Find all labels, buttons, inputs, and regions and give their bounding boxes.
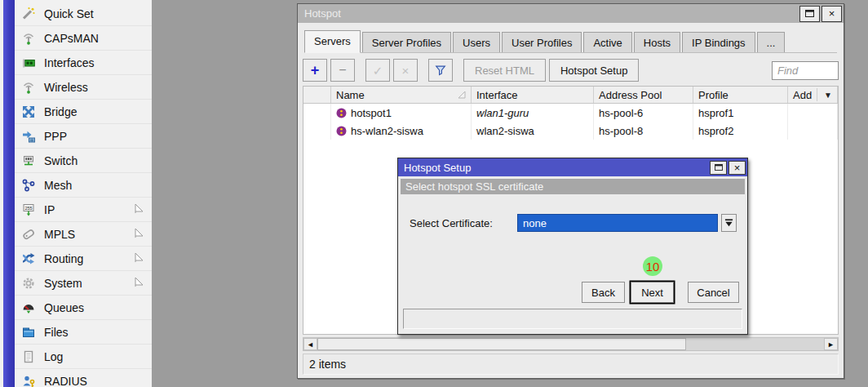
tab-hosts[interactable]: Hosts xyxy=(634,32,680,52)
cancel-button[interactable]: Cancel xyxy=(688,282,739,303)
sidebar-item-interfaces[interactable]: Interfaces xyxy=(15,51,152,75)
header-add[interactable]: Add▼ xyxy=(788,87,838,103)
sidebar-item-switch[interactable]: Switch xyxy=(15,149,152,173)
sidebar-item-label: Bridge xyxy=(44,105,77,118)
sidebar-item-mesh[interactable]: Mesh xyxy=(15,173,152,198)
tab-users[interactable]: Users xyxy=(453,32,500,52)
status-bar: 2 items xyxy=(303,354,839,375)
dialog-maximize-button[interactable] xyxy=(710,161,727,175)
reset-html-button[interactable]: Reset HTML xyxy=(463,59,546,82)
submenu-arrow-icon xyxy=(135,276,144,291)
minus-icon: − xyxy=(339,64,346,77)
tab-overflow[interactable]: ... xyxy=(757,32,786,52)
sidebar-item-label: Queues xyxy=(44,301,84,314)
tab-user-profiles[interactable]: User Profiles xyxy=(502,32,582,52)
header-profile[interactable]: Profile xyxy=(693,87,788,103)
disable-button[interactable]: × xyxy=(393,59,418,82)
enable-button[interactable]: ✓ xyxy=(365,59,390,82)
close-icon: × xyxy=(734,162,741,174)
sidebar-item-label: Routing xyxy=(44,252,83,265)
window-title: Hotspot xyxy=(304,7,341,20)
maximize-button[interactable] xyxy=(799,6,820,22)
cell-name: hs-wlan2-siswa xyxy=(351,125,423,137)
submenu-arrow-icon xyxy=(135,251,144,266)
dialog-title: Hotspot Setup xyxy=(404,162,471,174)
sidebar-item-queues[interactable]: Queues xyxy=(15,296,152,320)
switch-icon xyxy=(20,153,37,169)
hotspot-setup-dialog: Hotspot Setup × Select hotspot SSL certi… xyxy=(397,158,748,335)
sidebar-item-label: Files xyxy=(44,326,69,339)
scroll-left-button[interactable]: ◄ xyxy=(303,338,317,350)
sidebar-menu: Quick Set CAPsMAN Interfaces Wireless Br… xyxy=(15,2,152,387)
next-button[interactable]: Next xyxy=(631,282,674,303)
tab-active[interactable]: Active xyxy=(583,32,631,52)
sidebar-item-routing[interactable]: Routing xyxy=(15,247,152,271)
sidebar-item-wireless[interactable]: Wireless xyxy=(15,75,152,100)
find-input[interactable] xyxy=(772,61,839,80)
sidebar-item-radius[interactable]: RADIUS xyxy=(15,369,152,387)
tab-bar: Servers Server Profiles Users User Profi… xyxy=(304,29,837,53)
dialog-close-button[interactable]: × xyxy=(728,161,746,175)
mesh-icon xyxy=(20,177,37,194)
toolbar: + − ✓ × Reset HTML Hotspot Setup xyxy=(303,58,839,82)
sidebar-item-mpls[interactable]: MPLS xyxy=(15,222,152,247)
scroll-right-icon: ► xyxy=(827,340,835,349)
remove-button[interactable]: − xyxy=(330,59,355,82)
cell-name: hotspot1 xyxy=(351,107,392,119)
tab-server-profiles[interactable]: Server Profiles xyxy=(362,32,451,52)
scroll-right-button[interactable]: ► xyxy=(824,338,838,350)
sidebar-item-log[interactable]: Log xyxy=(15,345,152,369)
header-select-column[interactable] xyxy=(303,87,331,103)
sidebar: Quick Set CAPsMAN Interfaces Wireless Br… xyxy=(0,0,152,387)
certificate-dropdown-button[interactable] xyxy=(721,214,737,232)
scroll-left-icon: ◄ xyxy=(307,340,314,349)
scrollbar-thumb[interactable] xyxy=(317,338,686,350)
horizontal-scrollbar: ◄ ► xyxy=(303,337,839,351)
select-certificate-label: Select Certificate: xyxy=(410,217,493,229)
sidebar-item-bridge[interactable]: Bridge xyxy=(15,100,152,124)
hotspot-setup-button[interactable]: Hotspot Setup xyxy=(549,59,639,82)
sidebar-item-system[interactable]: System xyxy=(15,271,152,296)
sidebar-item-label: Wireless xyxy=(44,81,88,94)
header-address-pool[interactable]: Address Pool xyxy=(594,87,693,103)
certificate-selected-value: none xyxy=(523,217,547,229)
sidebar-item-label: Log xyxy=(44,350,63,363)
cell-profile: hsprof2 xyxy=(693,122,788,140)
certificate-combobox[interactable]: none xyxy=(517,214,718,232)
chevron-down-icon[interactable]: ▼ xyxy=(817,88,832,101)
maximize-icon xyxy=(805,10,814,17)
dropdown-arrow-icon xyxy=(724,218,733,228)
scrollbar-track[interactable] xyxy=(686,338,824,350)
submenu-arrow-icon xyxy=(135,202,144,217)
table-row[interactable]: hs-wlan2-siswa wlan2-siswa hs-pool-8 hsp… xyxy=(303,122,838,140)
hotspot-window-titlebar[interactable]: Hotspot × xyxy=(298,4,844,23)
antenna-icon xyxy=(20,30,37,47)
cell-address-pool: hs-pool-6 xyxy=(594,104,693,122)
dialog-titlebar[interactable]: Hotspot Setup × xyxy=(398,158,747,176)
table-row[interactable]: hotspot1 wlan1-guru hs-pool-6 hsprof1 xyxy=(303,104,838,122)
back-button[interactable]: Back xyxy=(582,282,625,303)
add-button[interactable]: + xyxy=(303,59,327,82)
sidebar-item-ip[interactable]: 255 IP xyxy=(15,198,152,222)
cell-interface: wlan1-guru xyxy=(472,104,594,122)
network-card-icon xyxy=(20,55,37,71)
gauge-icon xyxy=(20,300,37,316)
sidebar-item-capsman[interactable]: CAPsMAN xyxy=(15,26,152,51)
header-name[interactable]: Name xyxy=(331,87,472,103)
mpls-tag-icon xyxy=(20,226,37,242)
sort-ascending-icon xyxy=(458,89,466,101)
tab-ip-bindings[interactable]: IP Bindings xyxy=(682,32,755,52)
tab-servers[interactable]: Servers xyxy=(304,30,361,53)
close-icon: × xyxy=(829,7,835,20)
sidebar-item-ppp[interactable]: PPP xyxy=(15,124,152,149)
annotation-step-badge: 10 xyxy=(643,256,662,276)
hotspot-server-icon xyxy=(336,126,347,136)
log-document-icon xyxy=(20,349,37,365)
sidebar-item-quick-set[interactable]: Quick Set xyxy=(15,2,152,26)
plus-icon: + xyxy=(311,63,320,78)
filter-button[interactable] xyxy=(428,59,453,82)
close-button[interactable]: × xyxy=(822,6,842,22)
sidebar-item-files[interactable]: Files xyxy=(15,320,152,345)
header-interface[interactable]: Interface xyxy=(472,87,594,103)
item-count: 2 items xyxy=(309,358,346,371)
